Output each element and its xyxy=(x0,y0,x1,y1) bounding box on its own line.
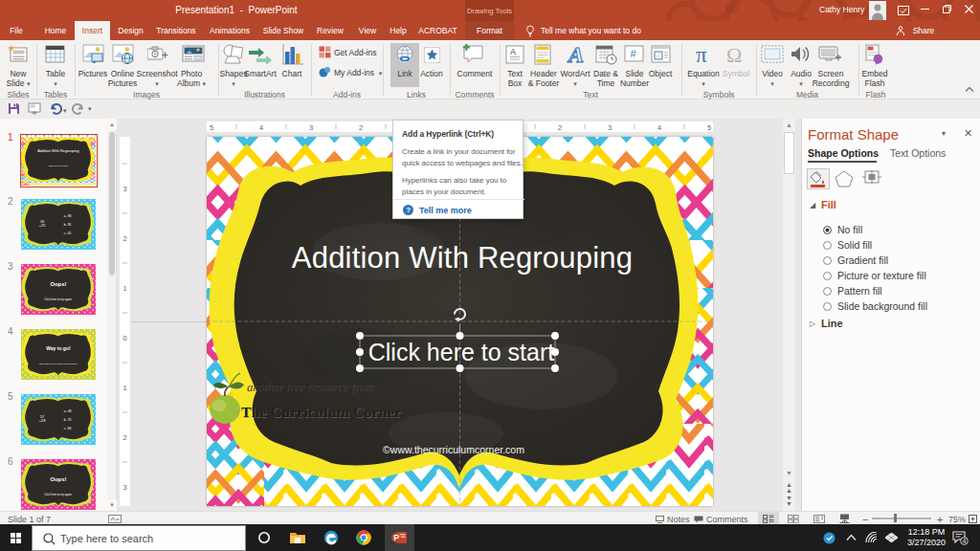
svg-text:Click here to go to the next p: Click here to go to the next problem. xyxy=(39,363,78,365)
svg-text:The Curriculum Corner: The Curriculum Corner xyxy=(241,404,401,420)
svg-text:©www.thecurriculumcorner.com: ©www.thecurriculumcorner.com xyxy=(383,444,524,455)
svg-text:Addition With Regrouping: Addition With Regrouping xyxy=(292,241,633,275)
svg-text:3: 3 xyxy=(309,123,313,132)
svg-text:2: 2 xyxy=(558,123,562,132)
svg-text:b. 75: b. 75 xyxy=(64,418,72,422)
svg-text:1: 1 xyxy=(122,284,126,293)
svg-text:π: π xyxy=(696,44,707,65)
svg-text:16: 16 xyxy=(40,220,44,224)
svg-text:another free resource from: another free resource from xyxy=(247,381,374,394)
svg-text:4: 4 xyxy=(259,123,263,132)
svg-text:Click here to start: Click here to start xyxy=(368,339,555,365)
svg-text:?: ? xyxy=(406,206,411,214)
svg-text:57: 57 xyxy=(40,415,44,419)
svg-text:a. 48: a. 48 xyxy=(64,409,72,413)
svg-text:2: 2 xyxy=(359,123,363,132)
svg-text:Oops!: Oops! xyxy=(50,282,66,288)
svg-text:#: # xyxy=(631,48,637,59)
svg-text:4: 4 xyxy=(963,538,967,544)
svg-text:Way to go!: Way to go! xyxy=(46,346,71,351)
svg-text:Oops!: Oops! xyxy=(50,477,66,483)
svg-text:c. 84: c. 84 xyxy=(64,427,72,430)
svg-text:a. 93: a. 93 xyxy=(64,214,72,218)
svg-text:A: A xyxy=(510,47,516,56)
svg-text:b. 91: b. 91 xyxy=(64,223,72,227)
svg-text:A: A xyxy=(567,44,584,65)
svg-text:4: 4 xyxy=(657,123,661,132)
svg-text:0: 0 xyxy=(122,334,126,342)
svg-text:5: 5 xyxy=(707,123,711,132)
svg-text:3: 3 xyxy=(122,483,126,492)
svg-text:1: 1 xyxy=(122,384,126,392)
svg-text:3: 3 xyxy=(608,123,612,132)
svg-text:Click here to try again.: Click here to try again. xyxy=(44,494,72,497)
svg-text:2: 2 xyxy=(122,234,126,243)
svg-text:3: 3 xyxy=(122,185,126,193)
svg-text:P: P xyxy=(393,533,399,542)
svg-text:Addition With Regrouping: Addition With Regrouping xyxy=(37,148,78,152)
svg-text:c. 41: c. 41 xyxy=(64,231,72,235)
svg-text:2: 2 xyxy=(122,433,126,442)
svg-text:Ω: Ω xyxy=(726,44,742,65)
svg-text:5: 5 xyxy=(210,123,213,132)
svg-text:+25: +25 xyxy=(39,224,45,228)
svg-text:Click here to try again.: Click here to try again. xyxy=(44,298,72,302)
svg-text:+28: +28 xyxy=(39,419,45,423)
